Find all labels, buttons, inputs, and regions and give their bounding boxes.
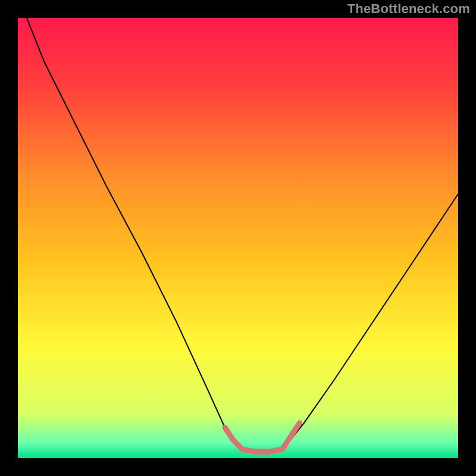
bottleneck-chart — [18, 18, 458, 458]
chart-frame: TheBottleneck.com — [0, 0, 476, 476]
watermark-text: TheBottleneck.com — [347, 1, 470, 17]
gradient-background — [18, 18, 458, 458]
